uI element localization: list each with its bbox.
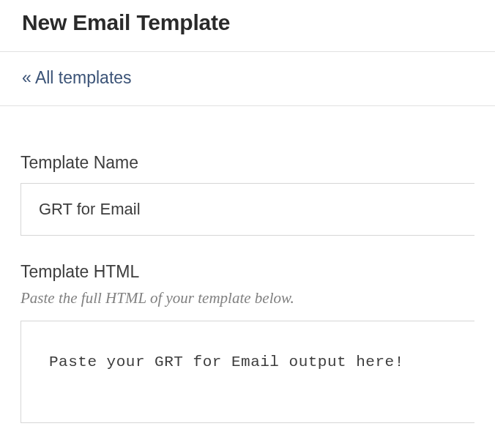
template-name-group: Template Name — [21, 153, 474, 236]
template-html-group: Template HTML Paste the full HTML of you… — [21, 262, 474, 426]
template-html-label: Template HTML — [21, 262, 474, 282]
header-section: New Email Template — [0, 0, 495, 51]
template-name-input[interactable] — [21, 183, 474, 236]
all-templates-link[interactable]: « All templates — [22, 68, 132, 87]
template-html-helper: Paste the full HTML of your template bel… — [21, 289, 474, 307]
template-html-textarea[interactable]: Paste your GRT for Email output here! — [21, 321, 474, 423]
breadcrumb-section: « All templates — [0, 51, 495, 106]
template-name-label: Template Name — [21, 153, 474, 173]
page-title: New Email Template — [22, 10, 473, 35]
form-section: Template Name Template HTML Paste the fu… — [0, 106, 495, 426]
